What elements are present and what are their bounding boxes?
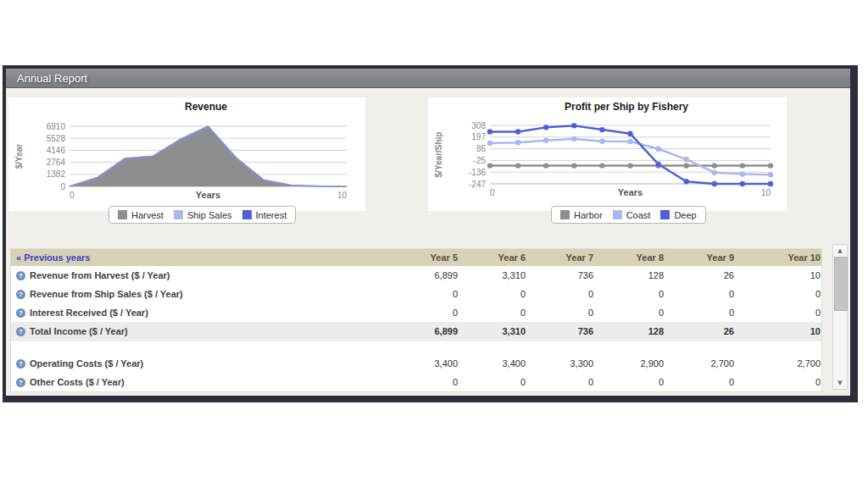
table-scrollbar[interactable]: ▲ ▼ (832, 244, 848, 390)
previous-years-link[interactable]: « Previous years (16, 249, 90, 266)
row-value: 3,310 (460, 322, 528, 341)
row-value: 0 (528, 303, 596, 322)
window-title: Annual Report (17, 72, 87, 85)
legend-swatch-icon (174, 210, 183, 219)
row-value: 736 (528, 266, 596, 285)
help-icon[interactable]: ? (16, 378, 25, 387)
legend-swatch-icon (613, 210, 622, 219)
row-label: Revenue from Harvest ($ / Year) (30, 266, 170, 285)
help-icon[interactable]: ? (16, 290, 25, 299)
legend-swatch-icon (560, 210, 570, 219)
row-value: 0 (666, 303, 737, 322)
svg-text:-136: -136 (469, 168, 486, 177)
annual-report-table: « Previous yearsYear 5Year 6Year 7Year 8… (10, 248, 822, 392)
year-column-header: Year 6 (460, 249, 528, 266)
year-column-header: Year 10 (737, 249, 822, 266)
row-value: 0 (737, 373, 822, 391)
svg-text:4146: 4146 (47, 146, 66, 155)
row-value: 10 (737, 266, 822, 285)
scrollbar-thumb[interactable] (834, 257, 848, 311)
row-value: 0 (666, 373, 737, 391)
row-value: 3,400 (460, 354, 528, 373)
legend-swatch-icon (242, 210, 252, 219)
svg-text:Years: Years (618, 187, 643, 197)
legend-item: Deep (660, 210, 696, 220)
page: Annual Report Revenue 691055284146276413… (0, 0, 868, 488)
profit-chart-panel: Profit per Ship by Fishery 30819786-25-1… (428, 97, 787, 211)
help-icon[interactable]: ? (16, 359, 25, 369)
row-value: 0 (666, 285, 737, 303)
table-row: ?Operating Costs ($ / Year)3,4003,4003,3… (11, 354, 821, 373)
revenue-chart-legend: HarvestShip SalesInterest (108, 206, 296, 224)
year-column-header: Year 9 (666, 249, 737, 266)
row-value: 6,899 (392, 322, 460, 341)
table-spacer-row (11, 341, 821, 354)
table-row: ?Total Income ($ / Year)6,8993,310736128… (11, 322, 821, 341)
row-value: 0 (596, 285, 666, 303)
svg-text:1382: 1382 (47, 169, 66, 179)
row-value: 2,900 (596, 354, 666, 373)
legend-item: Interest (242, 210, 287, 220)
table-header-row: « Previous yearsYear 5Year 6Year 7Year 8… (11, 249, 821, 266)
row-value: 3,400 (392, 354, 460, 373)
row-value: 128 (596, 322, 666, 341)
row-label: Other Costs ($ / Year) (30, 373, 125, 391)
row-value: 2,700 (737, 354, 822, 373)
svg-text:0: 0 (490, 188, 495, 197)
row-value: 128 (596, 266, 666, 285)
table-row: ?Revenue from Ship Sales ($ / Year)00000… (11, 285, 821, 303)
legend-label: Deep (674, 210, 696, 220)
row-value: 2,700 (666, 354, 737, 373)
row-value: 0 (460, 303, 528, 322)
legend-label: Interest (256, 210, 287, 220)
svg-text:0: 0 (60, 182, 65, 191)
svg-text:-25: -25 (474, 156, 487, 165)
svg-text:$/Year/Ship: $/Year/Ship (434, 132, 443, 178)
row-value: 0 (392, 285, 460, 303)
legend-item: Harbor (560, 210, 603, 220)
window-title-bar: Annual Report (6, 69, 850, 88)
row-value: 0 (737, 285, 822, 303)
scroll-up-icon[interactable]: ▲ (833, 245, 847, 257)
row-value: 736 (528, 322, 596, 341)
svg-text:$/Year: $/Year (14, 144, 24, 169)
year-column-header: Year 7 (528, 249, 596, 266)
svg-text:10: 10 (761, 188, 771, 197)
table-row: ?Revenue from Harvest ($ / Year)6,8993,3… (11, 266, 821, 285)
row-value: 6,899 (392, 266, 460, 285)
profit-line-chart: 30819786-25-136-247010Years$/Year/Ship (428, 97, 787, 211)
row-value: 3,310 (460, 266, 528, 285)
help-icon[interactable]: ? (16, 327, 25, 336)
row-value: 0 (596, 373, 666, 391)
revenue-chart-panel: Revenue 691055284146276413820010Years$/Y… (8, 97, 365, 211)
table-row: ?Interest Received ($ / Year)000000 (11, 303, 821, 322)
year-column-header: Year 8 (596, 249, 666, 266)
row-value: 26 (666, 266, 737, 285)
svg-text:197: 197 (471, 132, 486, 141)
scroll-down-icon[interactable]: ▼ (833, 377, 847, 389)
row-value: 0 (596, 303, 666, 322)
profit-chart-legend: HarborCoastDeep (551, 206, 706, 224)
row-label: Revenue from Ship Sales ($ / Year) (30, 285, 183, 303)
table-row: ?Other Costs ($ / Year)000000 (11, 373, 821, 391)
row-value: 0 (528, 373, 596, 391)
row-label: Operating Costs ($ / Year) (30, 354, 143, 373)
help-icon[interactable]: ? (16, 308, 25, 318)
legend-swatch-icon (660, 210, 670, 219)
row-label: Total Income ($ / Year) (30, 322, 128, 341)
svg-text:10: 10 (337, 191, 348, 200)
legend-item: Ship Sales (174, 210, 232, 220)
svg-text:2764: 2764 (47, 158, 66, 167)
help-icon[interactable]: ? (16, 271, 25, 280)
legend-label: Ship Sales (187, 210, 232, 220)
revenue-area-chart: 691055284146276413820010Years$/Year (8, 97, 365, 211)
row-value: 0 (392, 303, 460, 322)
row-value: 0 (528, 285, 596, 303)
svg-text:0: 0 (70, 191, 75, 200)
row-value: 26 (666, 322, 737, 341)
legend-item: Coast (613, 210, 651, 220)
svg-text:-247: -247 (469, 180, 486, 189)
svg-text:86: 86 (476, 144, 487, 153)
row-value: 3,300 (528, 354, 596, 373)
row-value: 0 (392, 373, 460, 391)
